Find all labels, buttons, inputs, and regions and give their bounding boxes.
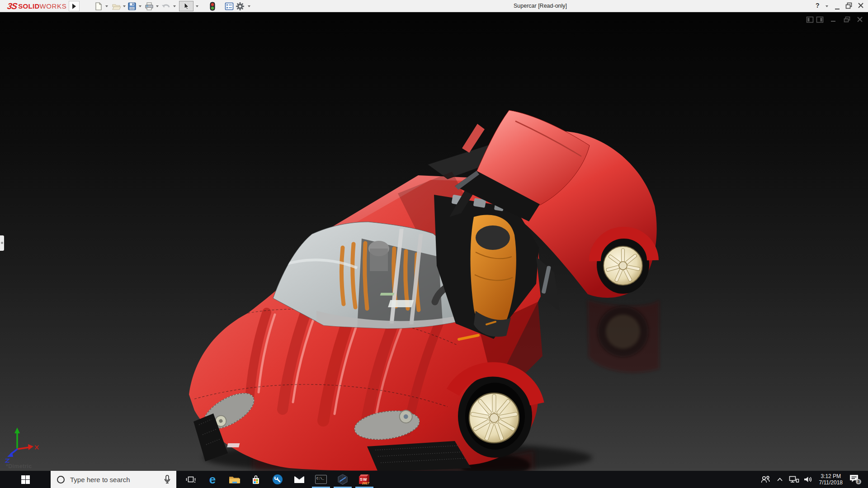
save-icon <box>128 2 136 10</box>
notification-icon: 3 <box>849 473 862 486</box>
side-intake <box>536 257 560 311</box>
notification-badge: 3 <box>857 479 859 484</box>
open-button[interactable] <box>112 2 121 11</box>
people-icon <box>760 474 771 484</box>
store-icon <box>250 474 261 485</box>
chevron-up-icon <box>776 476 783 483</box>
help-dropdown[interactable] <box>826 5 828 7</box>
minimize-button[interactable] <box>834 4 840 12</box>
window-title: Supercar [Read-only] <box>514 3 567 9</box>
taskbar-explorer-button[interactable] <box>223 471 245 488</box>
taskbar-solidworks-button[interactable]: SW 2017 <box>354 471 375 488</box>
options-dropdown[interactable] <box>248 5 250 7</box>
save-button[interactable] <box>127 2 137 11</box>
select-tool-active[interactable] <box>179 1 193 11</box>
undo-icon <box>161 2 170 10</box>
taskbar-mail-button[interactable] <box>288 471 310 488</box>
document-close-icon[interactable] <box>857 16 863 23</box>
rebuild-button[interactable] <box>208 2 217 11</box>
solidworks-2017-icon: SW 2017 <box>359 474 370 485</box>
pane-left-icon[interactable] <box>806 16 814 23</box>
volume-button[interactable] <box>801 471 816 488</box>
file-explorer-icon <box>228 474 240 485</box>
support-wrench-icon <box>272 474 283 485</box>
document-restore-icon[interactable] <box>843 16 851 23</box>
system-tray: 3:12 PM 7/11/2018 3 <box>758 471 865 488</box>
options-button[interactable] <box>236 2 245 11</box>
select-dropdown[interactable] <box>196 5 198 7</box>
sw-icon-letters: SW <box>360 477 368 482</box>
titlebar: 3S SOLID WORKS <box>0 0 868 12</box>
start-button[interactable] <box>0 471 51 488</box>
help-button[interactable]: ? <box>816 2 820 9</box>
action-center-button[interactable]: 3 <box>846 471 864 488</box>
search-input[interactable]: Type here to search <box>51 471 176 488</box>
microphone-icon[interactable] <box>164 475 171 484</box>
sw-icon-year: 2017 <box>362 482 369 485</box>
restore-button[interactable] <box>845 2 853 11</box>
print-icon <box>145 2 154 10</box>
traffic-light-icon <box>209 2 216 11</box>
print-dropdown[interactable] <box>156 5 159 7</box>
open-icon <box>112 2 121 10</box>
select-cursor-icon <box>183 2 190 10</box>
network-button[interactable] <box>787 471 801 488</box>
speaker-icon <box>803 474 814 484</box>
solidworks-logo-works: WORKS <box>40 2 67 10</box>
new-document-dropdown[interactable] <box>105 5 108 7</box>
solidworks-logo-solid: SOLID <box>18 2 39 10</box>
graphics-viewport[interactable]: *Dimetric <box>0 13 868 471</box>
open-dropdown[interactable] <box>123 5 126 7</box>
taskbar-cmd-button[interactable]: C:\_ <box>310 471 332 488</box>
solidworks-visualize-icon <box>337 474 349 485</box>
new-document-button[interactable] <box>94 2 103 11</box>
ethernet-icon <box>788 474 799 484</box>
solidworks-logo-mark: 3S <box>6 1 17 11</box>
command-prompt-icon: C:\_ <box>315 475 327 484</box>
file-properties-icon <box>225 2 234 10</box>
print-button[interactable] <box>145 2 154 11</box>
hidden-icons-button[interactable] <box>773 471 787 488</box>
task-view-icon <box>185 474 196 485</box>
flyout-arrow-icon <box>72 4 76 9</box>
supercar-3d-model[interactable] <box>0 13 868 471</box>
taskbar-store-button[interactable] <box>245 471 267 488</box>
file-properties-button[interactable] <box>225 2 234 11</box>
close-button[interactable] <box>858 2 864 10</box>
taskbar-support-button[interactable] <box>267 471 288 488</box>
document-window-controls <box>806 16 863 23</box>
undo-dropdown[interactable] <box>173 5 176 7</box>
taskbar-edge-button[interactable]: e <box>202 471 223 488</box>
taskbar: Type here to search e <box>0 471 868 488</box>
undo-button[interactable] <box>161 2 170 11</box>
edge-icon: e <box>209 474 216 485</box>
pane-right-icon[interactable] <box>816 16 824 23</box>
windows-logo-icon <box>21 475 30 484</box>
people-button[interactable] <box>758 471 773 488</box>
document-minimize-icon[interactable] <box>830 16 837 23</box>
view-orientation-label: *Dimetric <box>6 463 32 469</box>
orientation-triad <box>5 427 38 462</box>
solidworks-logo: 3S SOLID WORKS <box>7 1 66 11</box>
clock[interactable]: 3:12 PM 7/11/2018 <box>816 473 847 486</box>
driver-seat[interactable] <box>471 215 516 337</box>
gear-icon <box>236 2 245 11</box>
search-placeholder: Type here to search <box>70 476 164 483</box>
clock-date: 7/11/2018 <box>819 479 843 486</box>
new-document-icon <box>94 2 103 10</box>
cmd-icon-label: C:\_ <box>316 477 324 480</box>
save-dropdown[interactable] <box>139 5 142 7</box>
task-view-button[interactable] <box>180 471 202 488</box>
mail-icon <box>293 474 305 485</box>
clock-time: 3:12 PM <box>819 473 843 479</box>
menu-flyout-button[interactable] <box>69 1 80 11</box>
collapsed-panel-tab[interactable] <box>0 235 4 251</box>
cortana-icon <box>57 476 65 483</box>
taskbar-visualize-button[interactable] <box>332 471 354 488</box>
